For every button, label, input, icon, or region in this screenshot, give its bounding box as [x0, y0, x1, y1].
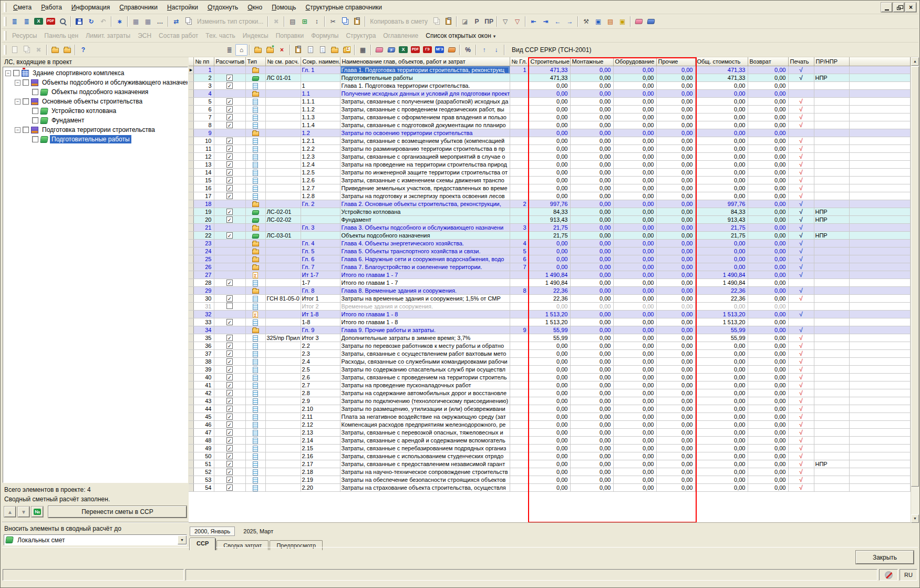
cell-pr-npr[interactable]: НПР — [814, 208, 849, 216]
cell-estimate-number[interactable]: ГСН 81-05-0 — [265, 295, 301, 303]
excel-export-button[interactable]: X — [397, 44, 409, 56]
cell-row-number[interactable]: 15 — [193, 177, 214, 184]
calc-checkbox[interactable]: ✓ — [226, 169, 233, 176]
cell-cost-value[interactable]: 0,00 — [656, 358, 695, 366]
cell-cost-value[interactable]: 0,00 — [613, 98, 656, 106]
calc-checkbox[interactable]: ✓ — [226, 122, 233, 128]
cell-estimate-number[interactable]: ЛС 01-01 — [265, 74, 301, 82]
cell-estimate-number[interactable] — [265, 381, 301, 389]
cell-cost-value[interactable]: 0,00 — [695, 169, 748, 177]
cell-cost-value[interactable]: 0,00 — [695, 161, 748, 169]
table-row[interactable]: 30✓ГСН 81-05-0Итог 1Затраты на временные… — [189, 295, 911, 303]
calc-checkbox[interactable]: ✓ — [226, 382, 233, 388]
cell-cost-value[interactable]: 0,00 — [570, 366, 613, 374]
cell-pr-npr[interactable] — [814, 452, 849, 460]
cell-type[interactable] — [245, 232, 265, 240]
cell-short-name[interactable]: 1-8 — [301, 318, 340, 326]
cell-estimate-number[interactable] — [265, 413, 301, 421]
cell-estimate-number[interactable] — [265, 66, 301, 74]
delete-row-button[interactable]: ✖ — [270, 16, 282, 27]
cell-estimate-number[interactable] — [265, 421, 301, 429]
cell-row-number[interactable]: 5 — [193, 98, 214, 106]
cell-cost-value[interactable]: 0,00 — [656, 184, 695, 192]
calc-checkbox[interactable]: ✓ — [226, 477, 233, 483]
cell-cost-value[interactable]: 0,00 — [748, 358, 788, 366]
cell-cost-value[interactable]: 0,00 — [570, 232, 613, 240]
cell-print-flag[interactable]: √ — [788, 484, 814, 492]
cell-print-flag[interactable]: √ — [788, 421, 814, 429]
cell-chapter-number[interactable] — [510, 232, 529, 240]
cell-type[interactable] — [245, 240, 265, 247]
cell-cost-value[interactable]: 0,00 — [748, 311, 788, 318]
cell-print-flag[interactable] — [788, 90, 814, 98]
cell-calc-flag[interactable] — [214, 247, 245, 255]
cell-cost-value[interactable]: 0,00 — [570, 295, 613, 303]
cell-cost-value[interactable]: 0,00 — [748, 66, 788, 74]
tree-item[interactable]: Подготовительные работы — [3, 135, 188, 144]
cell-calc-flag[interactable]: ✓ — [214, 468, 245, 476]
cell-cost-value[interactable]: 0,00 — [529, 255, 570, 263]
mode-button[interactable]: Лимит. затраты — [82, 30, 134, 41]
cell-name[interactable]: Затраты, связанные с перевозкой опасных,… — [340, 429, 510, 437]
table-row[interactable]: 10✓1.2.1Затраты, связанные с возмещением… — [189, 137, 911, 145]
table-row[interactable]: 22✓ЛС-03-01Объекты подсобного назначения… — [189, 232, 911, 240]
cell-type[interactable] — [245, 397, 265, 405]
cell-print-flag[interactable]: √ — [788, 334, 814, 342]
cell-type[interactable]: Σ — [245, 271, 265, 279]
cell-calc-flag[interactable]: ✓ — [214, 114, 245, 121]
cell-pr-npr[interactable] — [814, 184, 849, 192]
cell-short-name[interactable]: Ит 1-8 — [301, 311, 340, 318]
cell-chapter-number[interactable] — [510, 397, 529, 405]
cell-cost-value[interactable]: 0,00 — [695, 98, 748, 106]
cell-cost-value[interactable]: 0,00 — [570, 247, 613, 255]
scrollbar-thumb[interactable] — [911, 66, 919, 487]
mode-button[interactable]: Ресурсы — [8, 30, 40, 41]
cell-chapter-number[interactable] — [510, 295, 529, 303]
cell-row-number[interactable]: 47 — [193, 429, 214, 437]
cell-estimate-number[interactable] — [265, 145, 301, 153]
cell-chapter-number[interactable]: 8 — [510, 287, 529, 295]
cell-pr-npr[interactable] — [814, 263, 849, 271]
cell-print-flag[interactable]: √ — [788, 224, 814, 232]
cell-short-name[interactable]: Гл. 3 — [301, 224, 340, 232]
calc-checkbox[interactable]: ✓ — [226, 216, 233, 223]
cell-cost-value[interactable]: 0,00 — [570, 326, 613, 334]
cell-chapter-number[interactable] — [510, 106, 529, 114]
cell-short-name[interactable]: Итог 3 — [301, 334, 340, 342]
cell-row-number[interactable]: 7 — [193, 114, 214, 121]
cell-row-number[interactable]: 42 — [193, 389, 214, 397]
cell-cost-value[interactable]: 0,00 — [613, 389, 656, 397]
cell-cost-value[interactable]: 0,00 — [748, 240, 788, 247]
menu-item[interactable]: Справочники — [115, 2, 162, 13]
calc-checkbox[interactable]: ✓ — [226, 82, 233, 89]
cell-pr-npr[interactable] — [814, 381, 849, 389]
cell-cost-value[interactable]: 0,00 — [613, 74, 656, 82]
cell-calc-flag[interactable] — [214, 66, 245, 74]
cell-cost-value[interactable]: 0,00 — [656, 82, 695, 90]
cell-estimate-number[interactable] — [265, 129, 301, 137]
cell-cost-value[interactable]: 0,00 — [748, 247, 788, 255]
mode-button[interactable]: Панель цен — [40, 30, 82, 41]
cell-cost-value[interactable]: 0,00 — [748, 271, 788, 279]
cell-calc-flag[interactable]: ✓ — [214, 437, 245, 445]
cell-cost-value[interactable]: 0,00 — [613, 145, 656, 153]
cell-cost-value[interactable]: 1 513,20 — [529, 318, 570, 326]
table-row[interactable]: 31Итог 2Временные здания и сооружения.0,… — [189, 303, 911, 311]
cell-short-name[interactable]: 1.2.1 — [301, 137, 340, 145]
cell-chapter-number[interactable] — [510, 303, 529, 311]
cell-cost-value[interactable]: 0,00 — [613, 82, 656, 90]
structure-tree-button[interactable]: ≣ — [223, 44, 235, 56]
cell-cost-value[interactable]: 21,75 — [529, 232, 570, 240]
copy-page-button[interactable] — [430, 16, 442, 27]
cell-type[interactable] — [245, 153, 265, 161]
materials-button[interactable]: ▤ — [604, 16, 616, 27]
cell-print-flag[interactable]: √ — [788, 437, 814, 445]
cell-cost-value[interactable]: 0,00 — [529, 240, 570, 247]
save-button[interactable] — [73, 16, 85, 27]
cell-estimate-number[interactable] — [265, 137, 301, 145]
calc-checkbox[interactable]: ✓ — [226, 374, 233, 380]
cell-cost-value[interactable]: 0,00 — [570, 98, 613, 106]
cell-cost-value[interactable]: 0,00 — [613, 129, 656, 137]
cell-cost-value[interactable]: 1 490,84 — [695, 271, 748, 279]
cell-row-number[interactable]: 53 — [193, 476, 214, 484]
